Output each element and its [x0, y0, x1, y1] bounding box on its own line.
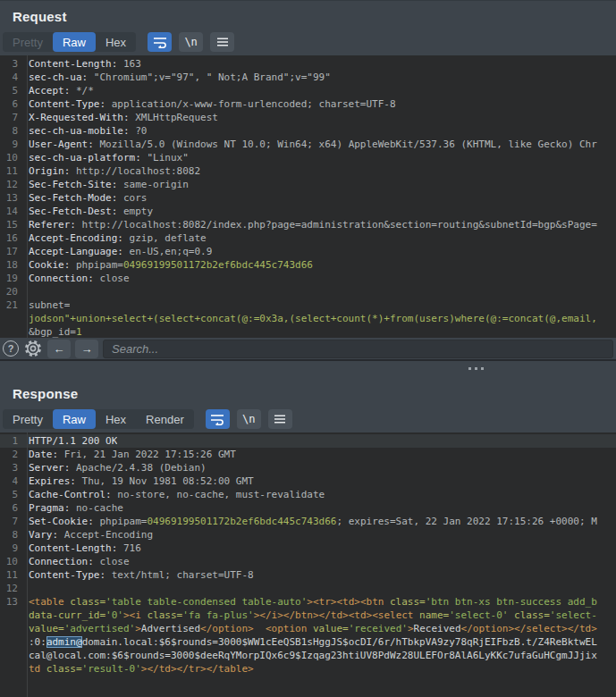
code-segment: Accept: — [29, 85, 70, 97]
line-number: 4 — [0, 71, 23, 83]
code-segment: close — [94, 273, 130, 284]
code-text: Connection: close — [23, 556, 130, 567]
code-segment: Origin: — [29, 165, 70, 177]
code-segment: cors — [117, 192, 147, 204]
code-segment: Accept-Encoding: — [29, 232, 123, 244]
code-segment: en-US,en;q=0.9 — [123, 246, 212, 257]
code-segment: "Linux" — [141, 152, 189, 164]
newline-icon: \n — [184, 36, 197, 48]
code-text: Content-Length: 163 — [23, 58, 141, 70]
code-segment: no-store, no-cache, must-revalidate — [112, 489, 325, 500]
word-wrap-toggle-button[interactable] — [148, 32, 172, 52]
code-segment: phpipam= — [94, 516, 148, 527]
code-text: data-curr_id='0'><i class='fa fa-plus'><… — [23, 609, 597, 621]
line-number: 13 — [0, 596, 23, 608]
word-wrap-toggle-button[interactable] — [206, 409, 230, 429]
code-segment: 'select-0' — [449, 609, 508, 621]
tab-pretty[interactable]: Pretty — [3, 409, 53, 429]
request-editor[interactable]: 3Content-Length: 1634sec-ch-ua: "Chromiu… — [0, 55, 616, 338]
search-input[interactable] — [103, 340, 613, 358]
code-segment: 716 — [117, 542, 141, 554]
code-segment: 1 — [76, 326, 82, 338]
code-line: 13Sec-Fetch-Mode: cors — [0, 191, 616, 205]
code-segment: Fri, 21 Jan 2022 17:15:26 GMT — [58, 449, 236, 460]
code-line: value='advertised'>Advertised</option> <… — [0, 622, 616, 635]
code-line: 5Cache-Control: no-store, no-cache, must… — [0, 488, 616, 501]
response-editor[interactable]: 1HTTP/1.1 200 OK2Date: Fri, 21 Jan 2022 … — [0, 432, 616, 697]
code-segment: HTTP/1.1 200 OK — [29, 435, 117, 447]
code-segment: 'table table-condensed table-auto' — [105, 596, 307, 608]
line-number: 13 — [0, 192, 23, 204]
left-arrow-icon: ← — [54, 342, 65, 356]
line-number: 11 — [0, 569, 23, 581]
panel-splitter[interactable] — [0, 361, 616, 377]
message-editor: Request Pretty Raw Hex \n — [0, 0, 616, 697]
line-number: 21 — [0, 299, 23, 311]
request-tab-bar: Pretty Raw Hex \n — [0, 32, 616, 55]
code-text: Accept: */* — [23, 85, 94, 97]
editor-menu-button[interactable] — [268, 409, 292, 429]
word-wrap-icon — [153, 36, 167, 48]
gutter-divider — [27, 432, 28, 697]
line-number: 6 — [0, 502, 23, 514]
code-text: HTTP/1.1 200 OK — [23, 435, 117, 447]
code-text: Sec-Fetch-Dest: empty — [23, 206, 153, 217]
code-segment: sec-ch-ua: — [29, 71, 88, 83]
code-text: Server: Apache/2.4.38 (Debian) — [23, 462, 207, 474]
search-next-button[interactable]: → — [75, 340, 98, 358]
code-segment: "Chromium";v="97", " Not;A Brand";v="99" — [88, 71, 331, 83]
tab-raw[interactable]: Raw — [53, 409, 96, 429]
search-prev-button[interactable]: ← — [47, 340, 71, 358]
code-text: User-Agent: Mozilla/5.0 (Windows NT 10.0… — [23, 139, 597, 150]
response-header: Response — [0, 377, 616, 409]
code-segment: ; expires=Sat, 22 Jan 2022 17:15:26 +000… — [336, 516, 596, 527]
line-number: 10 — [0, 152, 23, 164]
tab-hex[interactable]: Hex — [96, 32, 136, 52]
line-number: 11 — [0, 165, 23, 177]
code-segment: 04969199501172b2ef6bdc445c743d66 — [147, 516, 336, 527]
search-help-button[interactable]: ? — [3, 340, 19, 357]
code-text: subnet= — [23, 299, 70, 311]
line-number: 5 — [0, 489, 23, 500]
code-segment: admin@ — [46, 636, 82, 648]
code-segment: </option> — [200, 623, 254, 634]
code-line: 7Set-Cookie: phpipam=04969199501172b2ef6… — [0, 515, 616, 528]
code-segment: Sec-Fetch-Site: — [29, 179, 117, 190]
code-segment: http://localhost:8082 — [70, 165, 200, 177]
line-number: 4 — [0, 475, 23, 487]
code-segment: value= — [307, 623, 348, 634]
code-segment: class= — [40, 663, 81, 675]
tab-raw[interactable]: Raw — [53, 32, 96, 52]
show-newlines-button[interactable]: \n — [179, 32, 203, 52]
show-newlines-button[interactable]: \n — [237, 409, 261, 429]
hamburger-menu-icon — [216, 38, 229, 46]
code-segment: td — [29, 663, 40, 675]
code-segment: Sec-Fetch-Mode: — [29, 192, 117, 204]
code-segment: Vary: — [29, 529, 58, 541]
code-segment: ></td></tr></table> — [141, 663, 254, 675]
request-panel: Request Pretty Raw Hex \n — [0, 0, 616, 361]
line-number: 16 — [0, 232, 23, 244]
code-text: Accept-Language: en-US,en;q=0.9 — [23, 246, 212, 257]
code-segment: domain.local:$6$rounds=3000$WW1cEeQSB1sH… — [82, 636, 597, 648]
help-icon: ? — [8, 343, 14, 354]
code-text: X-Requested-With: XMLHttpRequest — [23, 112, 218, 123]
search-settings-button[interactable] — [23, 339, 43, 358]
code-segment: sec-ch-ua-platform: — [29, 152, 141, 164]
tab-render[interactable]: Render — [136, 409, 194, 429]
code-line: 12 — [0, 582, 616, 595]
tab-pretty[interactable]: Pretty — [3, 32, 53, 52]
code-segment: :0: — [29, 636, 46, 648]
code-text: Content-Type: text/html; charset=UTF-8 — [23, 569, 254, 581]
code-line: 6Pragma: no-cache — [0, 501, 616, 515]
editor-menu-button[interactable] — [210, 32, 234, 52]
newline-icon: \n — [242, 413, 255, 425]
tab-hex[interactable]: Hex — [96, 409, 136, 429]
request-header: Request — [0, 0, 616, 32]
code-segment: value= — [29, 623, 64, 634]
code-text: Origin: http://localhost:8082 — [23, 165, 200, 177]
code-segment: Content-Length: — [29, 58, 117, 70]
code-line: 19Connection: close — [0, 272, 616, 285]
code-segment: > — [135, 623, 141, 634]
code-line: 5Accept: */* — [0, 84, 616, 97]
